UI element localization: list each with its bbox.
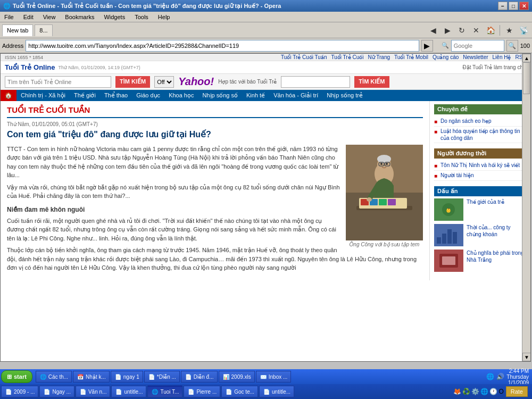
site-search-input[interactable]	[5, 76, 111, 88]
tab-opera[interactable]: 8...	[35, 24, 52, 36]
back-button[interactable]: ◀	[427, 24, 439, 37]
taskbar-btn-dien2[interactable]: 📄 Diễn đ...	[181, 371, 218, 383]
home-button[interactable]: 🏠	[484, 24, 497, 37]
reload-button[interactable]: ↻	[455, 24, 468, 37]
top-nav-nu-trang[interactable]: Nữ Trang	[368, 54, 390, 60]
menu-bookmarks[interactable]: Bookmarks	[63, 13, 96, 21]
taskbar-btn-ngay2[interactable]: 📄 Ngay ...	[39, 386, 74, 397]
rate-button[interactable]: Rate	[506, 386, 528, 397]
browser-content: ISSN 1655 * 1854 Tuổi Trẻ Cuối Tuần Tuổi…	[0, 53, 531, 362]
stop-button[interactable]: ✕	[470, 24, 483, 37]
taskbar-btn-goce[interactable]: 📄 Goc te...	[221, 386, 258, 397]
taskbar-btn-2009[interactable]: 📄 2009 - ...	[1, 386, 38, 397]
taskbar-btn-dien1[interactable]: 📄 *Diễn ...	[144, 371, 180, 383]
scroll-up-button[interactable]: ▲	[522, 54, 531, 62]
partner-search-input[interactable]	[281, 76, 350, 88]
top-nav-lienhe[interactable]: Liên Hệ	[493, 54, 511, 60]
menu-view[interactable]: View	[41, 13, 58, 21]
tray-ie-icon[interactable]: 🌐	[480, 388, 488, 395]
close-button[interactable]: ✕	[519, 2, 529, 10]
nav-home[interactable]: 🏠	[1, 90, 16, 101]
nav-nhipsongsot[interactable]: Nhịp sống số	[198, 90, 243, 101]
top-nav-cuoi-tuan[interactable]: Tuổi Trẻ Cuối Tuần	[281, 54, 327, 60]
nav-chinhtri[interactable]: Chính trị - Xã hội	[16, 90, 70, 101]
sidebar-item-2[interactable]: ■ Luật hóa quyền tiếp cận thông tin của …	[434, 127, 526, 143]
sidebar-dau-an-item-1[interactable]: 👶 Thế giới của trẻ	[434, 198, 526, 221]
article-image	[346, 145, 423, 240]
taskbar-btn-untitle2[interactable]: 📄 untitle...	[259, 386, 294, 397]
tray-opera-icon[interactable]: O	[498, 388, 503, 395]
taskbar-btn-untitle1[interactable]: 📄 untitle...	[111, 386, 146, 397]
feed-button[interactable]: 📡	[517, 24, 530, 37]
start-button[interactable]: ⊞ start	[1, 370, 32, 383]
site-date: Thứ Năm, 01/01/2009, 14:19 (GMT+7)	[58, 65, 140, 70]
tray-settings-icon[interactable]: ⚙️	[471, 388, 479, 395]
menu-tools[interactable]: Tools	[132, 13, 151, 21]
sidebar-item-3[interactable]: ■ Tôn Nữ Thị Ninh và hồi ký sẽ viết	[434, 161, 526, 171]
taskbar-icon-untitle2: 📄	[263, 388, 270, 395]
zoom-button[interactable]: 🔍	[506, 40, 518, 52]
taskbar-btn-inbox[interactable]: ✉️ Inbox ...	[256, 371, 292, 383]
top-nav-newsletter[interactable]: Newsletter	[463, 54, 488, 60]
partner-search-button[interactable]: TÌM KIẾM	[354, 76, 389, 88]
tray-clock-icon[interactable]: 🕐	[489, 388, 497, 395]
nav-giaoduc[interactable]: Giáo dục	[132, 90, 164, 101]
sidebar-item-4[interactable]: ■ Người tài hiện	[434, 171, 526, 181]
sidebar-nguoi-title: Người đương thời	[434, 148, 526, 159]
address-input[interactable]	[26, 40, 419, 52]
site-search-button[interactable]: TÌM KIẾM	[115, 76, 150, 88]
browser-scrollbar[interactable]: ▲ ▼	[522, 54, 530, 361]
taskbar-btn-tuoit[interactable]: 🌐 Tuoi T...	[147, 386, 182, 397]
search-input[interactable]	[451, 40, 504, 52]
maximize-button[interactable]: □	[509, 2, 518, 10]
scrollbar-track	[522, 62, 530, 353]
tray-firefox-icon[interactable]: 🦊	[453, 388, 461, 395]
sidebar-dau-an-item-2[interactable]: Thời của... công ty chứng khoán	[434, 224, 526, 246]
article-image-caption: Ông Công với bộ sưu tập tem	[346, 242, 423, 247]
nav-kinhtoi[interactable]: Kinh tế	[242, 90, 269, 101]
set-homepage-text[interactable]: Đặt Tuổi Trẻ làm trang chủ	[462, 64, 526, 70]
taskbar-btn-pierre[interactable]: 📄 Pierre ...	[184, 386, 220, 397]
menu-file[interactable]: File	[2, 13, 16, 21]
go-button[interactable]: ▶	[421, 40, 433, 52]
sidebar-dau-an-title: Dấu ấn	[434, 186, 526, 196]
nav-thegioi[interactable]: Thế giới	[70, 90, 100, 101]
taskbar-btn-nhat-k[interactable]: 📅 Nhật k...	[73, 371, 110, 383]
tray-recycle-icon[interactable]: ♻️	[462, 388, 470, 395]
search-scope-dropdown[interactable]: Off	[154, 76, 174, 88]
taskbar-btn-ngay1[interactable]: 📄 ngay 1	[111, 371, 143, 383]
top-nav-mobil[interactable]: Tuổi Trẻ Mobil	[394, 54, 428, 60]
bookmark-button[interactable]: ★	[503, 24, 516, 37]
toolbar-separator	[500, 25, 500, 36]
menu-edit[interactable]: Edit	[21, 13, 36, 21]
menu-widgets[interactable]: Widgets	[102, 13, 127, 21]
article-para-4: Thuộc lớp cán bộ tiền khởi nghĩa, ông th…	[7, 246, 423, 272]
scrollbar-thumb[interactable]	[523, 62, 530, 94]
taskbar-icon-2009: 📄	[5, 388, 12, 395]
sidebar-area: Chuyên đề ■ Do ngân sách eo hẹp ■ Luật h…	[429, 101, 530, 280]
taskbar-bottom: 📄 2009 - ... 📄 Ngay ... 📄 Văn n... 📄 unt…	[0, 384, 532, 399]
nav-khoahoc[interactable]: Khoa học	[164, 90, 198, 101]
taskbar-btn-van-n-label: Văn n...	[88, 389, 106, 395]
tab-new[interactable]: New tab	[2, 24, 33, 36]
article-image-container: Ông Công với bộ sưu tập tem	[346, 145, 423, 247]
nav-nhipsongtree[interactable]: Nhịp sống trẻ	[322, 90, 367, 101]
sidebar-item-1[interactable]: ■ Do ngân sách eo hẹp	[434, 117, 526, 127]
minimize-button[interactable]: −	[498, 2, 508, 10]
menu-help[interactable]: Help	[156, 13, 172, 21]
svg-text:👶: 👶	[446, 207, 451, 213]
start-label: start	[14, 373, 27, 380]
taskbar-btn-2009xls[interactable]: 📊 2009.xls	[219, 371, 255, 383]
top-nav-quangcao[interactable]: Quảng cáo	[433, 54, 459, 60]
taskbar-btn-untitle2-label: untitle...	[272, 389, 290, 395]
nav-thethao[interactable]: Thể thao	[100, 90, 132, 101]
sidebar-dau-an-item-3[interactable]: Chủ nghĩa bè phái trong Nhà Trắng	[434, 250, 526, 272]
taskbar-btn-van-n[interactable]: 📄 Văn n...	[76, 386, 110, 397]
forward-button[interactable]: ▶	[441, 24, 454, 37]
address-bar: Address ▶ 🔍 🔍 100	[0, 38, 532, 53]
nav-vanhoa[interactable]: Văn hóa - Giải trí	[269, 90, 322, 101]
top-nav-cuoi[interactable]: Tuổi Trẻ Cuối	[331, 54, 363, 60]
taskbar-icon-2009xls: 📊	[222, 373, 230, 380]
scroll-down-button[interactable]: ▼	[522, 353, 531, 361]
taskbar-btn-cac-th[interactable]: 🌐 Các th...	[36, 371, 72, 383]
